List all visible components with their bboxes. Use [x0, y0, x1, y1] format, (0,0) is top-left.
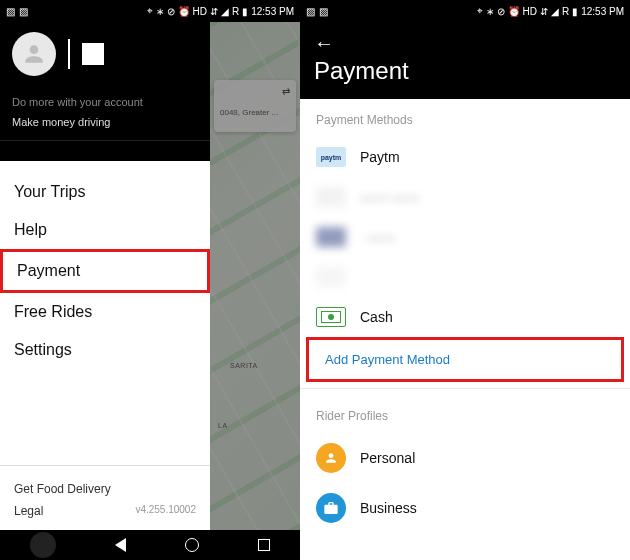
home-button[interactable]: [185, 538, 199, 552]
nav-drawer: Do more with your account Make money dri…: [0, 22, 210, 530]
card-icon: [316, 187, 346, 207]
image-icon: ▨: [306, 6, 315, 17]
battery-icon: ▮: [572, 6, 578, 17]
map-background: ⇄ 0048, Greater ... SARITA LA: [210, 22, 300, 530]
card-icon: [316, 227, 346, 247]
personal-label: Personal: [360, 450, 415, 466]
alarm-icon: ⏰: [178, 6, 190, 17]
menu-free-rides[interactable]: Free Rides: [0, 293, 210, 331]
image-icon: ▨: [6, 6, 15, 17]
signal-icon: ◢: [551, 6, 559, 17]
dnd-icon: ⊘: [167, 6, 175, 17]
section-rider-profiles: Rider Profiles: [300, 395, 630, 433]
business-icon: [316, 493, 346, 523]
roaming-label: R: [232, 6, 239, 17]
menu-help[interactable]: Help: [0, 211, 210, 249]
battery-icon: ▮: [242, 6, 248, 17]
payment-method-hidden[interactable]: —— ——: [300, 177, 630, 217]
food-delivery-link[interactable]: Get Food Delivery: [14, 478, 196, 500]
divider: [0, 140, 210, 141]
signal-icon: ◢: [221, 6, 229, 17]
bluetooth-icon: ∗: [486, 6, 494, 17]
clock: 12:53 PM: [251, 6, 294, 17]
payment-method-cash[interactable]: Cash: [300, 297, 630, 337]
page-header: ← Payment: [300, 22, 630, 99]
section-payment-methods: Payment Methods: [300, 99, 630, 137]
location-icon: ⌖: [147, 5, 153, 17]
legal-link[interactable]: Legal: [14, 504, 43, 518]
updown-icon: ⇵: [210, 6, 218, 17]
profile-business[interactable]: Business: [300, 483, 630, 533]
divider: [300, 388, 630, 389]
car-icon: ⇄: [282, 86, 290, 97]
hd-label: HD: [193, 6, 207, 17]
avatar[interactable]: [12, 32, 56, 76]
drawer-footer: Get Food Delivery Legal v4.255.10002: [0, 465, 210, 530]
add-payment-method-link[interactable]: Add Payment Method: [309, 340, 621, 379]
map-label-sarita: SARITA: [230, 362, 258, 369]
payment-method-hidden[interactable]: [300, 257, 630, 297]
assistant-button[interactable]: [30, 532, 56, 558]
menu-list: Your Trips Help Payment Free Rides Setti…: [0, 161, 210, 465]
destination-card[interactable]: ⇄ 0048, Greater ...: [214, 80, 296, 132]
person-icon: [21, 41, 47, 67]
left-phone: ▨ ▨ ⌖ ∗ ⊘ ⏰ HD ⇵ ◢ R ▮ 12:53 PM ⇄ 0048, …: [0, 0, 300, 560]
back-arrow-icon[interactable]: ←: [314, 32, 616, 55]
cash-label: Cash: [360, 309, 393, 325]
image-icon: ▨: [19, 6, 28, 17]
status-bar: ▨ ▨ ⌖ ∗ ⊘ ⏰ HD ⇵ ◢ R ▮ 12:53 PM: [300, 0, 630, 22]
qr-placeholder-icon[interactable]: [82, 43, 104, 65]
payment-method-paytm[interactable]: paytm Paytm: [300, 137, 630, 177]
recents-button[interactable]: [258, 539, 270, 551]
hd-label: HD: [523, 6, 537, 17]
hidden-label: —— ——: [360, 189, 420, 205]
account-motto: Do more with your account: [0, 84, 210, 112]
status-bar: ▨ ▨ ⌖ ∗ ⊘ ⏰ HD ⇵ ◢ R ▮ 12:53 PM: [0, 0, 300, 22]
cash-icon: [316, 307, 346, 327]
make-money-link[interactable]: Make money driving: [0, 112, 210, 140]
clock: 12:53 PM: [581, 6, 624, 17]
profile-personal[interactable]: Personal: [300, 433, 630, 483]
page-title: Payment: [314, 57, 616, 85]
card-icon: [316, 267, 346, 287]
paytm-label: Paytm: [360, 149, 400, 165]
bluetooth-icon: ∗: [156, 6, 164, 17]
image-icon: ▨: [319, 6, 328, 17]
map-label-la: LA: [218, 422, 228, 429]
payment-method-hidden[interactable]: · ——: [300, 217, 630, 257]
hidden-label: · ——: [360, 229, 396, 245]
dnd-icon: ⊘: [497, 6, 505, 17]
version-label: v4.255.10002: [135, 504, 196, 518]
payment-body: Payment Methods paytm Paytm —— —— · ——: [300, 99, 630, 560]
paytm-icon: paytm: [316, 147, 346, 167]
divider-pipe: [68, 39, 70, 69]
personal-icon: [316, 443, 346, 473]
menu-payment[interactable]: Payment: [0, 249, 210, 293]
menu-your-trips[interactable]: Your Trips: [0, 173, 210, 211]
location-icon: ⌖: [477, 5, 483, 17]
menu-settings[interactable]: Settings: [0, 331, 210, 369]
updown-icon: ⇵: [540, 6, 548, 17]
back-button[interactable]: [115, 538, 126, 552]
roaming-label: R: [562, 6, 569, 17]
svg-point-1: [328, 314, 334, 320]
business-label: Business: [360, 500, 417, 516]
destination-text: 0048, Greater ...: [220, 108, 290, 117]
add-payment-highlight: Add Payment Method: [306, 337, 624, 382]
right-phone: ▨ ▨ ⌖ ∗ ⊘ ⏰ HD ⇵ ◢ R ▮ 12:53 PM ← Paymen…: [300, 0, 630, 560]
android-navbar: [0, 530, 300, 560]
alarm-icon: ⏰: [508, 6, 520, 17]
